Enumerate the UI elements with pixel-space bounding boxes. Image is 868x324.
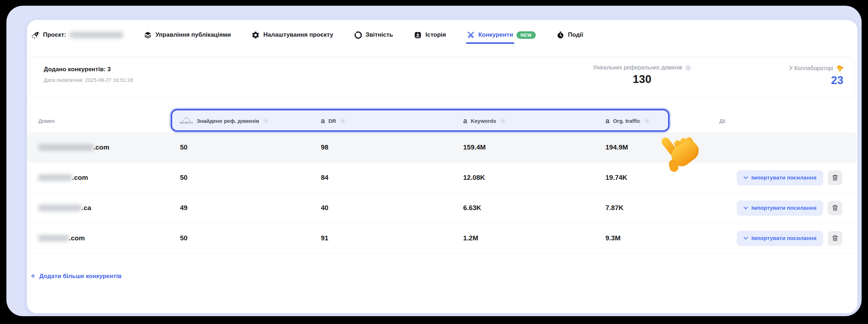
import-links-button[interactable]: Імпортувати посилання (737, 231, 823, 246)
rocket-icon (31, 31, 39, 39)
plus-icon: + (31, 272, 35, 280)
domain-suffix: .com (72, 174, 88, 181)
update-date: Дата оновлення: 2025-08-27 16:51:28 (44, 77, 133, 83)
cell-org-traffic: 19.74K (605, 174, 719, 182)
table-row[interactable]: .com 50 84 12.08K 19.74K Імпортувати пос… (28, 163, 857, 193)
tab-settings-label: Налаштування проєкту (263, 31, 333, 38)
gear-icon (252, 31, 260, 39)
tab-project[interactable]: Проєкт: (31, 31, 123, 39)
row-actions: Імпортувати посилання (719, 200, 857, 216)
header-org-traffic[interactable]: a Org. traffic i (605, 117, 719, 124)
domain-suffix: .com (94, 143, 109, 151)
tab-reports[interactable]: Звітність (354, 31, 393, 39)
layers-icon (144, 31, 152, 39)
domain-blur (38, 144, 94, 151)
cell-org-traffic: 194.9M (605, 143, 719, 151)
add-more-competitors-button[interactable]: + Додати більше конкурентів (31, 272, 122, 280)
ahrefs-logo-icon: a (321, 117, 325, 124)
tab-competitors-core: Конкуренти (467, 31, 513, 39)
unique-ref-domains-label: Унікальних реферальних доменів (593, 64, 682, 71)
cell-keywords: 159.4M (463, 143, 605, 151)
import-links-label: Імпортувати посилання (751, 235, 816, 241)
chevron-down-icon (743, 207, 748, 210)
added-competitors-value: 3 (107, 66, 111, 73)
header-domain: Домен (38, 118, 180, 124)
tab-competitors[interactable]: Конкуренти NEW (467, 31, 536, 39)
domain-cell: .com (38, 143, 180, 151)
delete-competitor-button[interactable] (828, 171, 842, 185)
table-row[interactable]: .ca 49 40 6.63K 7.87K Імпортувати посила… (28, 193, 857, 223)
cell-org-traffic: 7.87K (605, 204, 719, 212)
stopwatch-icon (556, 31, 565, 39)
tab-project-label: Проєкт: (43, 31, 66, 38)
in-collaborator-label: У Коллабораторі (789, 65, 833, 72)
row-actions: Імпортувати посилання (719, 231, 857, 246)
tab-publications[interactable]: Управління публікаціями (144, 31, 231, 39)
tab-publications-label: Управління публікаціями (155, 31, 231, 38)
ahrefs-logo-icon: a (605, 117, 609, 124)
row-actions: Імпортувати посилання (719, 170, 857, 185)
added-competitors-block: Додано конкурентів: 3 Дата оновлення: 20… (44, 66, 133, 83)
header-ref-domains[interactable]: MAJESTIC Знайдено реф. доменів i (180, 117, 321, 124)
tab-events-label: Події (568, 31, 583, 38)
cell-dr: 40 (321, 204, 463, 212)
domain-suffix: .ca (82, 204, 91, 211)
info-icon[interactable]: i (340, 118, 346, 124)
cell-ref-domains: 49 (180, 204, 321, 212)
delete-competitor-button[interactable] (828, 231, 842, 246)
header-dr[interactable]: a DR i (321, 117, 463, 124)
import-links-button[interactable]: Імпортувати посилання (737, 170, 823, 185)
domain-blur (38, 235, 69, 241)
header-keywords[interactable]: a Keywords i (463, 117, 605, 124)
competitors-table: Домен MAJESTIC Знайдено реф. доменів i (28, 109, 857, 254)
project-tabs-nav: Проєкт: Управління публікаціями Налаштув… (31, 28, 850, 42)
cell-dr: 98 (321, 143, 463, 151)
project-name-blur (70, 32, 123, 38)
table-row[interactable]: .com 50 91 1.2M 9.3M Імпортувати посилан… (28, 223, 857, 254)
main-card: Проєкт: Управління публікаціями Налаштув… (27, 20, 857, 313)
domain-cell: .ca (38, 204, 180, 212)
pointing-down-hand-icon (836, 64, 843, 72)
tab-history-label: Історія (425, 31, 446, 38)
in-collaborator-value: 23 (789, 74, 843, 87)
tab-reports-label: Звітність (366, 31, 393, 38)
tab-competitors-label: Конкуренти (478, 31, 513, 38)
swords-icon (467, 31, 475, 39)
cell-keywords: 12.08K (463, 174, 605, 182)
info-icon[interactable]: i (263, 118, 269, 124)
in-collaborator-block: У Коллабораторі 23 (789, 64, 843, 87)
cell-dr: 84 (321, 174, 463, 182)
cell-org-traffic: 9.3M (605, 234, 719, 242)
tab-events[interactable]: Події (556, 31, 583, 39)
domain-cell: .com (38, 174, 180, 182)
delete-competitor-button[interactable] (828, 201, 842, 215)
cell-ref-domains: 50 (180, 234, 321, 242)
cell-ref-domains: 50 (180, 174, 321, 182)
chevron-down-icon (743, 237, 748, 240)
domain-suffix: .com (69, 234, 85, 242)
trash-icon (832, 205, 838, 211)
unique-ref-domains-value: 130 (542, 73, 742, 86)
table-body: .com 50 98 159.4M 194.9M .com 50 84 12. (28, 132, 857, 254)
info-icon[interactable]: i (500, 118, 506, 124)
tab-history[interactable]: Історія (414, 31, 446, 39)
history-icon (414, 31, 422, 39)
chevron-down-icon (743, 176, 748, 179)
majestic-logo-icon: MAJESTIC (180, 117, 193, 124)
table-row[interactable]: .com 50 98 159.4M 194.9M (28, 132, 857, 163)
domain-blur (38, 174, 72, 181)
new-badge: NEW (517, 31, 535, 39)
app-frame: Проєкт: Управління публікаціями Налаштув… (6, 6, 862, 316)
tab-settings[interactable]: Налаштування проєкту (252, 31, 333, 39)
report-icon (354, 31, 362, 39)
added-competitors-label: Додано конкурентів: 3 (44, 66, 133, 73)
cell-dr: 91 (321, 234, 463, 242)
header-actions: Дії (719, 118, 857, 124)
domain-cell: .com (38, 234, 180, 242)
add-more-label: Додати більше конкурентів (39, 273, 121, 280)
import-links-button[interactable]: Імпортувати посилання (737, 200, 823, 216)
info-icon[interactable]: i (644, 118, 650, 124)
domain-blur (38, 205, 82, 211)
info-icon[interactable]: i (685, 65, 691, 71)
cell-keywords: 6.63K (463, 204, 605, 212)
